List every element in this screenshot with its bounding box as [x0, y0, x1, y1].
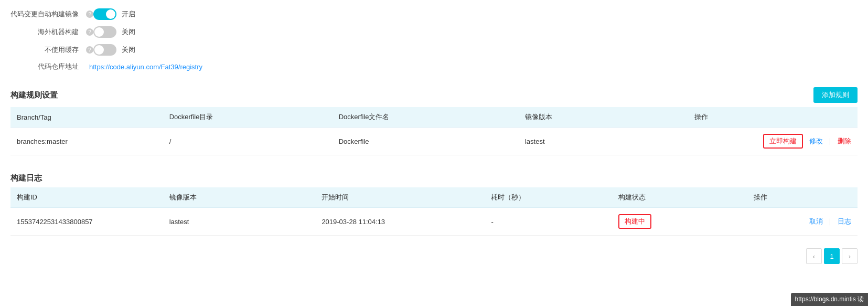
log-build-status: 构建中 [612, 208, 747, 236]
log-actions: 取消 ｜ 日志 [747, 208, 858, 236]
no-cache-row: 不使用缓存 ? 关闭 [10, 44, 858, 56]
th-dockerfile-dir: Dockerfile目录 [163, 107, 333, 128]
overseas-build-value: 关闭 [122, 27, 135, 37]
th-dockerfile-name: Dockerfile文件名 [333, 107, 519, 128]
prev-page-button[interactable]: ‹ [806, 248, 822, 264]
overseas-build-track [93, 26, 116, 38]
th-image-version: 镜像版本 [519, 107, 688, 128]
pagination: ‹ 1 › [10, 248, 858, 264]
divider-2: ｜ [827, 137, 833, 145]
build-status-badge: 构建中 [618, 214, 651, 229]
build-rules-table: Branch/Tag Dockerfile目录 Dockerfile文件名 镜像… [10, 107, 858, 155]
build-rule-row-0: branches:master / Dockerfile lastest 立即构… [10, 128, 858, 155]
add-rule-button[interactable]: 添加规则 [813, 87, 858, 103]
repo-url[interactable]: https://code.aliyun.com/Fat39/registry [89, 63, 202, 71]
th-build-id: 构建ID [10, 187, 163, 208]
settings-section: 代码变更自动构建镜像 ? 开启 海外机器构建 ? 关闭 不使用缓存 ? [10, 8, 858, 71]
build-rules-thead: Branch/Tag Dockerfile目录 Dockerfile文件名 镜像… [10, 107, 858, 128]
rule-dockerfile-name: Dockerfile [333, 128, 519, 155]
page-container: 代码变更自动构建镜像 ? 开启 海外机器构建 ? 关闭 不使用缓存 ? [0, 0, 868, 272]
build-now-button[interactable]: 立即构建 [763, 134, 803, 149]
overseas-build-help-icon[interactable]: ? [86, 28, 93, 36]
log-image-version: lastest [163, 208, 316, 236]
no-cache-value: 关闭 [122, 45, 135, 55]
th-branch-tag: Branch/Tag [10, 107, 163, 128]
repo-url-row: 代码仓库地址 https://code.aliyun.com/Fat39/reg… [10, 62, 858, 71]
overseas-build-row: 海外机器构建 ? 关闭 [10, 26, 858, 38]
build-logs-table: 构建ID 镜像版本 开始时间 耗时（秒） 构建状态 操作 15537422531… [10, 187, 858, 236]
no-cache-help-icon[interactable]: ? [86, 46, 93, 54]
build-rules-header: 构建规则设置 添加规则 [10, 82, 858, 107]
build-rules-tbody: branches:master / Dockerfile lastest 立即构… [10, 128, 858, 155]
view-log-button[interactable]: 日志 [838, 217, 851, 226]
build-logs-tbody: 15537422531433800857 lastest 2019-03-28 … [10, 208, 858, 236]
overseas-build-thumb [94, 27, 104, 37]
repo-label: 代码仓库地址 [10, 62, 79, 71]
th-duration: 耗时（秒） [485, 187, 612, 208]
delete-rule-button[interactable]: 删除 [838, 136, 851, 146]
log-build-id: 15537422531433800857 [10, 208, 163, 236]
build-logs-section: 构建日志 构建ID 镜像版本 开始时间 耗时（秒） 构建状态 操作 155374… [10, 168, 858, 264]
build-rules-title: 构建规则设置 [10, 90, 58, 100]
th-image-ver2: 镜像版本 [163, 187, 316, 208]
log-divider: ｜ [827, 217, 833, 225]
th-build-action: 操作 [747, 187, 858, 208]
edit-rule-button[interactable]: 修改 [809, 136, 823, 146]
th-build-status: 构建状态 [612, 187, 747, 208]
th-start-time: 开始时间 [315, 187, 485, 208]
overseas-build-label: 海外机器构建 [10, 27, 79, 37]
build-rules-header-row: Branch/Tag Dockerfile目录 Dockerfile文件名 镜像… [10, 107, 858, 128]
auto-build-label: 代码变更自动构建镜像 [10, 9, 79, 19]
rule-branch-tag: branches:master [10, 128, 163, 155]
no-cache-toggle[interactable] [93, 44, 116, 56]
auto-build-toggle[interactable] [93, 8, 116, 20]
build-logs-thead: 构建ID 镜像版本 开始时间 耗时（秒） 构建状态 操作 [10, 187, 858, 208]
build-logs-title: 构建日志 [10, 173, 42, 183]
rule-dockerfile-dir: / [163, 128, 333, 155]
next-page-button[interactable]: › [842, 248, 858, 264]
cancel-build-button[interactable]: 取消 [809, 217, 823, 226]
rule-image-version: lastest [519, 128, 688, 155]
log-start-time: 2019-03-28 11:04:13 [315, 208, 485, 236]
no-cache-label: 不使用缓存 [10, 45, 79, 55]
auto-build-help-icon[interactable]: ? [86, 10, 93, 18]
build-logs-header: 构建日志 [10, 168, 858, 187]
overseas-build-toggle[interactable] [93, 26, 116, 38]
auto-build-thumb [106, 9, 115, 19]
log-duration: - [485, 208, 612, 236]
th-action: 操作 [688, 107, 858, 128]
auto-build-value: 开启 [122, 9, 135, 19]
no-cache-track [93, 44, 116, 56]
auto-build-row: 代码变更自动构建镜像 ? 开启 [10, 8, 858, 20]
rule-actions: 立即构建 修改 ｜ 删除 [688, 128, 858, 155]
no-cache-thumb [94, 45, 104, 55]
build-logs-header-row: 构建ID 镜像版本 开始时间 耗时（秒） 构建状态 操作 [10, 187, 858, 208]
build-log-row-0: 15537422531433800857 lastest 2019-03-28 … [10, 208, 858, 236]
auto-build-track [93, 8, 116, 20]
page-1-button[interactable]: 1 [824, 248, 840, 264]
